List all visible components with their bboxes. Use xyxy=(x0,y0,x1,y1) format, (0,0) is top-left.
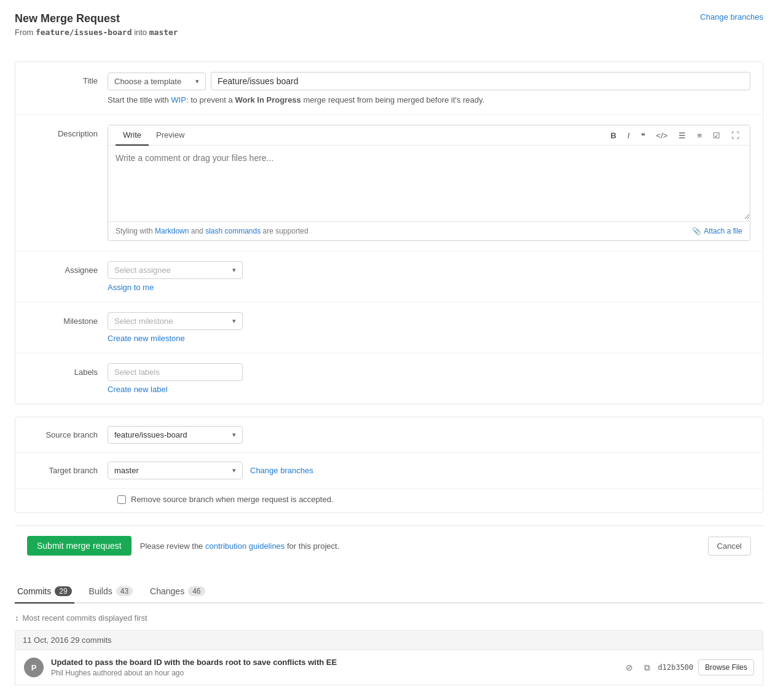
target-branch-label: Target branch xyxy=(28,466,108,475)
description-content: Write Preview B I ❝ </> ☰ ≡ ☑ ⛶ xyxy=(108,125,750,241)
labels-label: Labels xyxy=(28,363,108,377)
cancel-button[interactable]: Cancel xyxy=(708,537,751,556)
browse-files-button[interactable]: Browse Files xyxy=(698,659,754,675)
title-content: Choose a template ▾ Start the title with… xyxy=(108,72,750,104)
assignee-placeholder: Select assignee xyxy=(114,265,171,275)
source-branch-row: Source branch feature/issues-board ▾ xyxy=(15,417,763,453)
tab-preview[interactable]: Preview xyxy=(149,125,192,146)
assignee-content: Select assignee ▾ Assign to me xyxy=(108,261,750,292)
changes-tab-label: Changes xyxy=(150,586,184,596)
remove-source-branch-label: Remove source branch when merge request … xyxy=(131,495,334,504)
submit-hint: Please review the contribution guideline… xyxy=(140,541,340,551)
milestone-chevron-icon: ▾ xyxy=(232,317,236,325)
branch-section: Source branch feature/issues-board ▾ Tar… xyxy=(15,417,763,513)
commits-tab-badge: 29 xyxy=(55,586,71,596)
editor-tab-list: Write Preview xyxy=(116,125,192,145)
tabs-bar: Commits 29 Builds 43 Changes 46 xyxy=(15,580,763,604)
merge-request-form: Title Choose a template ▾ Start the titl… xyxy=(15,61,763,404)
target-branch-row: Target branch master ▾ Change branches xyxy=(15,453,763,489)
milestone-select[interactable]: Select milestone ▾ xyxy=(108,312,243,330)
remove-source-branch-row: Remove source branch when merge request … xyxy=(15,489,763,513)
copy-hash-icon[interactable]: ⧉ xyxy=(641,661,653,675)
source-branch-ref: feature/issues-board xyxy=(36,28,132,37)
task-list-button[interactable]: ☑ xyxy=(710,128,723,143)
description-label: Description xyxy=(28,125,108,138)
editor-footer: Styling with Markdown and slash commands… xyxy=(108,221,750,240)
editor-toolbar: B I ❝ </> ☰ ≡ ☑ ⛶ xyxy=(608,128,742,143)
code-button[interactable]: </> xyxy=(653,128,671,143)
editor-tabs: Write Preview B I ❝ </> ☰ ≡ ☑ ⛶ xyxy=(108,125,750,146)
commit-author: Phil Hughes authored about an hour ago xyxy=(51,669,615,677)
commit-hash: d12b3500 xyxy=(658,663,694,672)
commits-tab-label: Commits xyxy=(17,586,51,596)
title-row: Title Choose a template ▾ Start the titl… xyxy=(15,62,763,115)
submit-bar: Submit merge request Please review the c… xyxy=(15,525,763,565)
tab-commits[interactable]: Commits 29 xyxy=(15,580,74,604)
italic-button[interactable]: I xyxy=(624,128,633,143)
builds-tab-label: Builds xyxy=(89,586,112,596)
ordered-list-button[interactable]: ≡ xyxy=(694,128,705,143)
description-editor: Write Preview B I ❝ </> ☰ ≡ ☑ ⛶ xyxy=(108,125,750,241)
commit-date-header: 11 Oct, 2016 29 commits xyxy=(15,630,763,650)
target-branch-ref: master xyxy=(149,28,178,37)
target-branch-select[interactable]: master ▾ xyxy=(108,462,243,479)
assignee-chevron-icon: ▾ xyxy=(232,266,236,274)
unordered-list-button[interactable]: ☰ xyxy=(675,128,689,143)
create-label-link[interactable]: Create new label xyxy=(108,385,168,394)
avatar: P xyxy=(24,658,44,677)
source-branch-value: feature/issues-board xyxy=(114,430,187,439)
milestone-label: Milestone xyxy=(28,312,108,326)
circle-stop-icon[interactable]: ⊘ xyxy=(623,661,636,674)
template-chevron-icon: ▾ xyxy=(195,77,199,85)
tab-changes[interactable]: Changes 46 xyxy=(147,580,207,604)
attach-file-link[interactable]: 📎 Attach a file xyxy=(692,227,742,235)
tabs-section: Commits 29 Builds 43 Changes 46 ↕ Most r… xyxy=(15,580,763,685)
tab-write[interactable]: Write xyxy=(116,125,149,146)
assign-to-me-link[interactable]: Assign to me xyxy=(108,283,154,292)
paperclip-icon: 📎 xyxy=(692,227,701,235)
builds-tab-badge: 43 xyxy=(116,586,133,596)
commit-info: Updated to pass the board ID with the bo… xyxy=(51,658,615,677)
commit-actions: ⊘ ⧉ d12b3500 Browse Files xyxy=(623,659,754,675)
commit-row: P Updated to pass the board ID with the … xyxy=(15,650,763,685)
milestone-placeholder: Select milestone xyxy=(114,317,173,326)
assignee-row: Assignee Select assignee ▾ Assign to me xyxy=(15,251,763,302)
description-row: Description Write Preview B I ❝ </> xyxy=(15,115,763,251)
target-branch-chevron-icon: ▾ xyxy=(232,466,236,474)
description-textarea[interactable] xyxy=(108,146,750,219)
milestone-row: Milestone Select milestone ▾ Create new … xyxy=(15,302,763,353)
source-branch-chevron-icon: ▾ xyxy=(232,431,236,439)
page-subtitle: From feature/issues-board into master xyxy=(15,28,178,37)
bold-button[interactable]: B xyxy=(608,128,619,143)
markdown-link[interactable]: Markdown xyxy=(155,227,189,235)
target-branch-value: master xyxy=(114,466,139,475)
commits-sort-hint: ↕ Most recent commits displayed first xyxy=(15,613,763,623)
remove-source-branch-checkbox[interactable] xyxy=(117,495,126,504)
sort-icon: ↕ xyxy=(15,613,19,623)
wip-hint: Start the title with WIP: to prevent a W… xyxy=(108,95,750,104)
change-branches-top-link[interactable]: Change branches xyxy=(700,12,763,22)
title-input[interactable] xyxy=(211,72,750,90)
page-title: New Merge Request xyxy=(15,12,178,25)
submit-merge-request-button[interactable]: Submit merge request xyxy=(27,536,132,556)
contribution-guidelines-link[interactable]: contribution guidelines xyxy=(205,541,285,551)
template-select[interactable]: Choose a template ▾ xyxy=(108,73,206,90)
commit-title: Updated to pass the board ID with the bo… xyxy=(51,658,615,667)
assignee-select[interactable]: Select assignee ▾ xyxy=(108,261,243,279)
wip-link[interactable]: WIP: xyxy=(171,95,188,104)
labels-row: Labels Select labels Create new label xyxy=(15,353,763,404)
tab-builds[interactable]: Builds 43 xyxy=(87,580,136,604)
source-branch-select[interactable]: feature/issues-board ▾ xyxy=(108,426,243,444)
create-milestone-link[interactable]: Create new milestone xyxy=(108,334,185,343)
changes-tab-badge: 46 xyxy=(188,586,205,596)
slash-commands-link[interactable]: slash commands xyxy=(205,227,261,235)
fullscreen-button[interactable]: ⛶ xyxy=(728,128,742,143)
labels-content: Select labels Create new label xyxy=(108,363,750,394)
milestone-content: Select milestone ▾ Create new milestone xyxy=(108,312,750,343)
source-branch-label: Source branch xyxy=(28,430,108,439)
change-branches-link[interactable]: Change branches xyxy=(250,466,313,475)
title-label: Title xyxy=(28,72,108,85)
labels-select[interactable]: Select labels xyxy=(108,363,243,381)
quote-button[interactable]: ❝ xyxy=(638,128,648,143)
template-select-label: Choose a template xyxy=(114,77,181,86)
